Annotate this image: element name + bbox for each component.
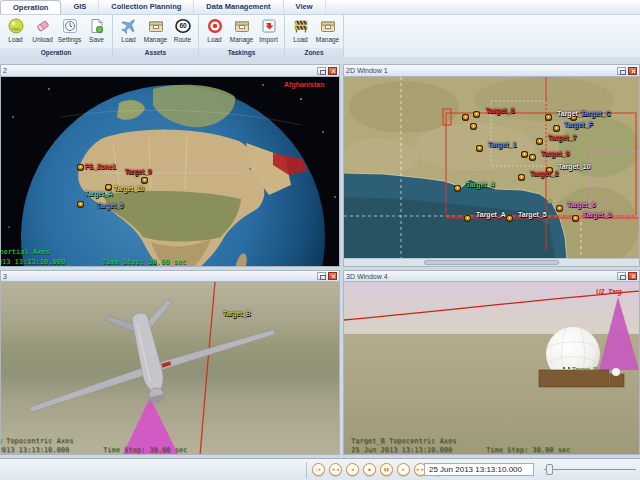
close-icon[interactable] bbox=[328, 67, 337, 75]
target-icon[interactable] bbox=[77, 164, 84, 171]
current-time-field[interactable]: 25 Jun 2013 13:13:10.000 bbox=[424, 463, 534, 476]
map-target-label: Target_7 bbox=[548, 134, 577, 141]
target-icon[interactable] bbox=[506, 215, 513, 222]
route-60-icon: 60 bbox=[174, 17, 192, 35]
zones-load-button[interactable]: Load bbox=[287, 16, 314, 48]
eraser-icon bbox=[34, 17, 52, 35]
globe-window-titlebar[interactable]: 2 bbox=[1, 65, 339, 77]
target-icon[interactable] bbox=[536, 138, 543, 145]
button-label: Load bbox=[121, 36, 135, 43]
filebox-icon bbox=[233, 17, 251, 35]
play-reverse-button[interactable]: ◄ bbox=[346, 463, 359, 476]
target-icon[interactable] bbox=[141, 177, 148, 184]
ribbon-body: LoadUnloadSettingsSaveOperationLoadManag… bbox=[0, 15, 640, 57]
gauge-icon bbox=[61, 17, 79, 35]
play-button[interactable]: ► bbox=[397, 463, 410, 476]
save-icon bbox=[88, 17, 106, 35]
map-target-label: Target_5 bbox=[518, 211, 547, 218]
target-icon[interactable] bbox=[572, 215, 579, 222]
zones-manage-button[interactable]: Manage bbox=[314, 16, 341, 48]
operation-save-button[interactable]: Save bbox=[83, 16, 110, 48]
globe-target-label: Target_10 bbox=[114, 185, 144, 192]
map-target-label: Target_6 bbox=[567, 201, 596, 208]
target-icon[interactable] bbox=[470, 123, 477, 130]
assets-load-button[interactable]: Load bbox=[115, 16, 142, 48]
map-target-label: Target_C bbox=[581, 110, 611, 117]
stop-button[interactable]: ■ bbox=[363, 463, 376, 476]
ground-window-titlebar[interactable]: 3D Window 4 bbox=[344, 271, 639, 282]
operation-load-button[interactable]: Load bbox=[2, 16, 29, 48]
map-2d-view[interactable]: Target_8Target_BTarget_CTarget_FTarget_7… bbox=[344, 77, 639, 258]
ground-route-label: U2_Targ bbox=[596, 288, 622, 295]
operation-unload-button[interactable]: Unload bbox=[29, 16, 56, 48]
map-target-label: Target_4 bbox=[466, 181, 495, 188]
globe-window-title: 2 bbox=[3, 67, 7, 74]
target-icon[interactable] bbox=[518, 174, 525, 181]
filebox-icon bbox=[147, 17, 165, 35]
ground-3d-view[interactable]: U2_Targ Target_B Target_B Topocentric Ax… bbox=[344, 282, 639, 454]
target-icon[interactable] bbox=[464, 215, 471, 222]
time-slider-thumb[interactable] bbox=[546, 464, 553, 475]
target-icon[interactable] bbox=[454, 185, 461, 192]
close-icon[interactable] bbox=[328, 272, 337, 280]
globe-target-label: Target_9 bbox=[125, 168, 152, 175]
filebox-icon bbox=[319, 17, 337, 35]
jump-to-start-button[interactable]: |◄ bbox=[312, 463, 325, 476]
target-icon[interactable] bbox=[556, 205, 563, 212]
map-window-titlebar[interactable]: 2D Window 1 bbox=[344, 65, 639, 77]
tab-data-management[interactable]: Data Management bbox=[194, 0, 283, 14]
assets-manage-button[interactable]: Manage bbox=[142, 16, 169, 48]
ground-site-label: Target_B bbox=[572, 366, 598, 372]
restore-icon[interactable] bbox=[617, 272, 626, 280]
toolbar-separator bbox=[306, 462, 307, 478]
ribbon-group-assets: LoadManage60RouteAssets bbox=[113, 15, 199, 57]
assets-route-button[interactable]: 60Route bbox=[169, 16, 196, 48]
operation-settings-button[interactable]: Settings bbox=[56, 16, 83, 48]
map-window-title: 2D Window 1 bbox=[346, 67, 388, 74]
application-window: OperationGISCollection PlanningData Mana… bbox=[0, 0, 640, 480]
svg-text:60: 60 bbox=[179, 22, 187, 29]
tab-collection-planning[interactable]: Collection Planning bbox=[99, 0, 194, 14]
barrier-icon bbox=[292, 17, 310, 35]
fast-reverse-button[interactable]: ◄◄ bbox=[329, 463, 342, 476]
taskings-manage-button[interactable]: Manage bbox=[228, 16, 255, 48]
map-target-label: Target_F bbox=[564, 121, 593, 128]
button-label: Settings bbox=[58, 36, 82, 43]
import-icon bbox=[260, 17, 278, 35]
pause-button[interactable]: ▮▮ bbox=[380, 463, 393, 476]
target-icon[interactable] bbox=[476, 145, 483, 152]
load-orb-icon bbox=[7, 17, 25, 35]
target-icon[interactable] bbox=[553, 125, 560, 132]
target-icon[interactable] bbox=[529, 154, 536, 161]
target-icon[interactable] bbox=[545, 114, 552, 121]
tab-view[interactable]: View bbox=[284, 0, 326, 14]
airplane-icon bbox=[120, 17, 138, 35]
uav-3d-view[interactable]: Target_B Target_B Topocentric Axes 25 Ju… bbox=[1, 282, 339, 454]
horizontal-splitter[interactable] bbox=[0, 267, 640, 270]
tab-operation[interactable]: Operation bbox=[0, 0, 61, 14]
taskings-import-button[interactable]: Import bbox=[255, 16, 282, 48]
map-horizontal-scrollbar[interactable] bbox=[344, 258, 639, 266]
vertical-splitter[interactable] bbox=[340, 64, 343, 455]
taskings-load-button[interactable]: Load bbox=[201, 16, 228, 48]
restore-icon[interactable] bbox=[317, 272, 326, 280]
time-slider-track[interactable] bbox=[544, 469, 636, 470]
globe-window: 2 bbox=[0, 64, 340, 267]
scrollbar-thumb[interactable] bbox=[424, 260, 559, 265]
restore-icon[interactable] bbox=[617, 67, 626, 75]
close-icon[interactable] bbox=[628, 67, 637, 75]
globe-3d-view[interactable]: Afghanistan FS_Zone1Target_9Target_10Tar… bbox=[1, 77, 339, 266]
globe-target-label: Target_A bbox=[85, 190, 113, 197]
uav-window-titlebar[interactable]: 3 bbox=[1, 271, 339, 282]
target-icon[interactable] bbox=[462, 114, 469, 121]
uav-target-label: Target_B bbox=[223, 310, 251, 317]
target-icon[interactable] bbox=[77, 201, 84, 208]
close-icon[interactable] bbox=[628, 272, 637, 280]
restore-icon[interactable] bbox=[317, 67, 326, 75]
target-icon[interactable] bbox=[473, 111, 480, 118]
ground-window-title: 3D Window 4 bbox=[346, 273, 388, 280]
tab-gis[interactable]: GIS bbox=[61, 0, 99, 14]
map-window: 2D Window 1 bbox=[343, 64, 640, 267]
target-icon[interactable] bbox=[521, 151, 528, 158]
group-caption: Operation bbox=[0, 48, 112, 57]
